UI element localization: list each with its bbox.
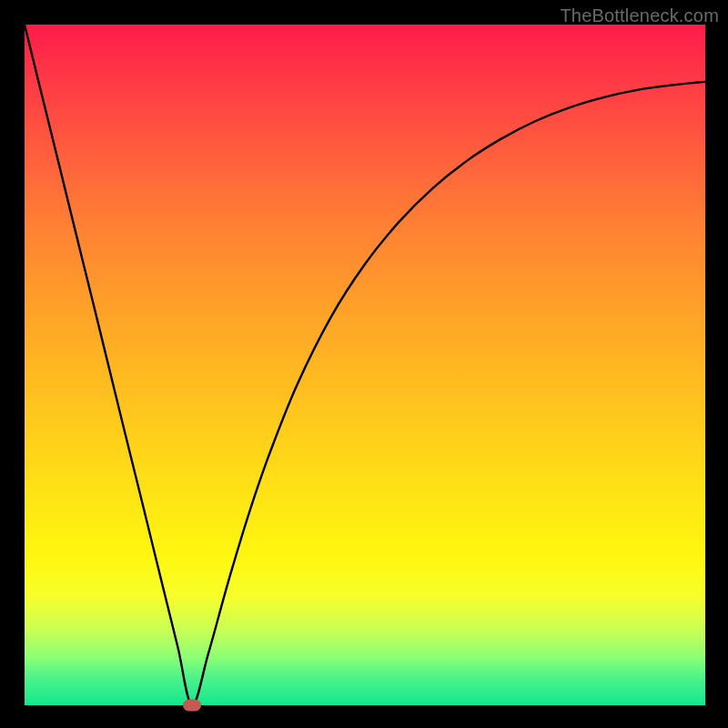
minimum-marker (183, 700, 201, 712)
plot-area (25, 25, 705, 705)
chart-frame: TheBottleneck.com (0, 0, 728, 728)
curve-svg (25, 25, 705, 705)
bottleneck-curve (25, 25, 705, 705)
watermark-text: TheBottleneck.com (560, 5, 719, 26)
